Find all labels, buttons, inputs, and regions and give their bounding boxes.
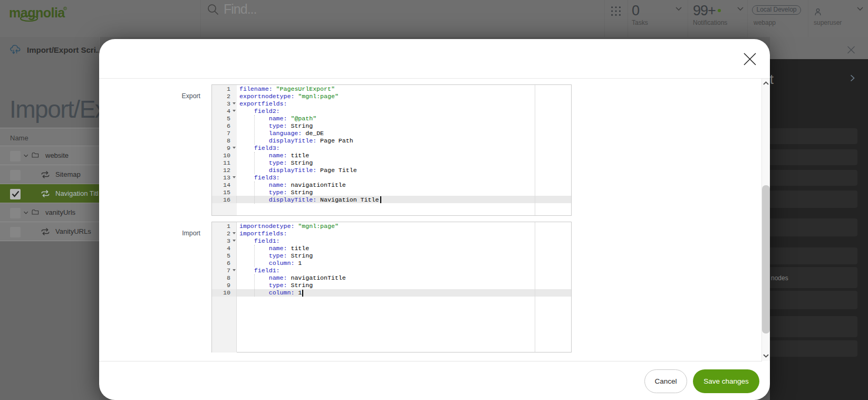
svg-text:R: R (64, 7, 66, 10)
